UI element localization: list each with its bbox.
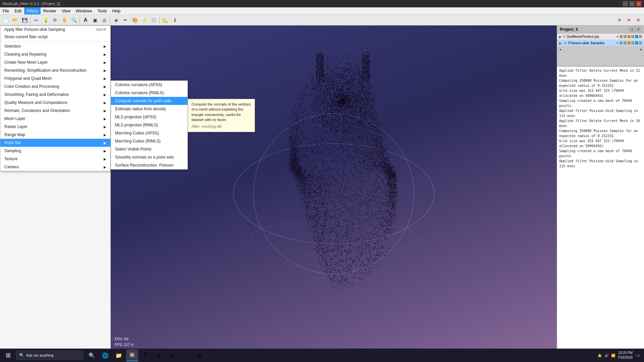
titlebar-label: MeshLab_64bit v1.3.3 - [Project_3] [3,2,60,6]
main-layout: Apply filter Poisson-disk Sampling Ctrl+… [0,25,644,362]
apply-filter-item[interactable]: Apply filter Poisson-disk Sampling Ctrl+… [0,26,110,33]
viewport-info: FOV: 60 FPS: 217.4 [115,336,133,347]
menu-view[interactable]: View [59,7,73,14]
mesh-list-item-0[interactable]: ▶ 0 OwlMeshPerfect.ply ★ □ □ □ □ □ □ [557,34,644,40]
left-panel: Apply filter Poisson-disk Sampling Ctrl+… [0,25,111,362]
filter-polygonal[interactable]: Polygonal and Quad Mesh ▶ [0,74,110,82]
submenu-surface-poisson[interactable]: Surface Reconstruction: Poisson [111,161,187,169]
filter-mesh-layer-arrow: ▶ [104,117,106,121]
menu-edit[interactable]: Edit [12,7,24,14]
toolbar-save[interactable]: 💾 [20,16,29,24]
filter-texture[interactable]: Texture ▶ [0,155,110,163]
filter-range-map-arrow: ▶ [104,133,106,137]
taskbar-app-edge[interactable]: e [153,349,165,361]
taskbar-app-meshlab[interactable]: M [126,349,138,361]
toolbar-rotate[interactable]: ⟳ [51,16,59,24]
menu-windows[interactable]: Windows [73,7,95,14]
filter-cleaning-arrow: ▶ [104,53,106,56]
start-button[interactable]: ⊞ [1,349,15,362]
viewport[interactable]: FOV: 60 FPS: 217.4 Current Mesh: Poisson… [111,25,557,362]
filter-new-mesh-layer-label: Create New Mesh Layer [4,60,48,65]
taskbar-app-browser[interactable]: 🌐 [99,349,111,361]
submenu-marching-rimls[interactable]: Marching Cubes (RIMLS) [111,137,187,145]
minimize-button[interactable]: − [623,1,628,6]
tooltip-box: Compute the normals of the vertices of a… [188,99,255,132]
toolbar-pan[interactable]: ✋ [60,16,69,24]
filter-point-set[interactable]: Point Set ▶ [0,139,110,147]
taskbar-app-explorer[interactable]: 📁 [113,349,125,361]
filter-smoothing[interactable]: Smoothing, Fairing and Deformation ▶ [0,90,110,99]
toolbar-open[interactable]: 📂 [11,16,19,24]
filter-cleaning-label: Cleaning and Repairing [4,52,46,57]
toolbar-zoom[interactable]: 🔍 [69,16,78,24]
maximize-button[interactable]: □ [629,1,635,6]
toolbar-info[interactable]: ℹ [170,16,179,24]
filter-polygonal-arrow: ▶ [104,77,106,80]
filter-new-mesh-layer[interactable]: Create New Mesh Layer ▶ [0,58,110,66]
toolbar-render1[interactable]: ▣ [91,16,99,24]
filter-camera[interactable]: Camera ▶ [0,163,110,171]
toolbar-select3[interactable]: 🎨 [130,16,139,24]
filter-quality[interactable]: Quality Measure and Computations ▶ [0,99,110,107]
toolbar-plug1[interactable]: ⚡ [140,16,149,24]
filter-mesh-layer[interactable]: Mesh Layer ▶ [0,115,110,123]
toolbar-del1[interactable]: ✕ [615,16,624,24]
submenu-estimate-radius[interactable]: Estimate radius from density [111,105,187,113]
toolbar-new[interactable]: 📄 [1,16,10,24]
taskbar-show-desktop[interactable]: ▭ [635,354,640,357]
toolbar-plug2[interactable]: ⬡ [149,16,158,24]
taskbar-app-extra[interactable]: ⚙ [193,349,205,361]
submenu-mls-rimls[interactable]: MLS projection (RIMLS) [111,121,187,129]
filter-color[interactable]: Color Creation and Processing ▶ [0,82,110,90]
right-panel-title: Project_3 [560,27,578,32]
taskbar-app-cortana[interactable]: 🔍 [86,349,98,361]
layer-scroll-area[interactable]: ◄ ► [557,46,644,66]
taskbar-volume-icon: 🔊 [604,354,608,357]
menu-file[interactable]: File [0,7,12,14]
toolbar-measure[interactable]: 📐 [161,16,170,24]
toolbar-light[interactable]: 💡 [41,16,50,24]
mesh-14-icon-star: ★ [616,41,619,45]
toolbar-del2[interactable]: ✕ [625,16,633,24]
filter-normals[interactable]: Normals, Curvatures and Orientation ▶ [0,107,110,115]
filter-cleaning[interactable]: Cleaning and Repairing ▶ [0,50,110,58]
menu-tools[interactable]: Tools [95,7,110,14]
submenu-select-visible[interactable]: Select Visible Points [111,145,187,153]
toolbar-undo[interactable]: ↩ [32,16,41,24]
filter-normals-arrow: ▶ [104,109,106,113]
submenu-colorize-rimls[interactable]: Colorize curvature (RIMLS) [111,89,187,97]
menu-render[interactable]: Render [41,7,59,14]
window-controls: − □ ✕ [623,1,641,6]
pointset-submenu: Colorize curvature (APSS) Colorize curva… [111,80,188,170]
taskbar-app-winamp[interactable]: ♪ [180,349,192,361]
submenu-compute-normals[interactable]: Compute normals for point sets [111,97,187,105]
submenu-colorize-apss[interactable]: Colorize curvature (APSS) [111,81,187,89]
scroll-arrow-left: ◄ [558,48,562,51]
taskbar-app-steam[interactable]: ♦ [166,349,178,361]
filter-range-map[interactable]: Range Map ▶ [0,131,110,139]
panel-pin-button[interactable]: ◁ [629,27,635,32]
toolbar-a[interactable]: A [81,16,90,24]
mesh-list-item-14[interactable]: ▶ 14 Poisson-disk Samples ★ □ □ □ □ □ □ [557,40,644,46]
menu-help[interactable]: Help [110,7,123,14]
toolbar-del3[interactable]: ✕ [634,16,643,24]
search-bar[interactable]: 🔍 Ask me anything [16,351,83,360]
filter-raster-layer[interactable]: Raster Layer ▶ [0,123,110,131]
toolbar-select1[interactable]: ◈ [112,16,120,24]
toolbar-render2[interactable]: ◎ [100,16,109,24]
close-button[interactable]: ✕ [636,1,641,6]
panel-close-button[interactable]: ✕ [635,27,641,32]
filter-remeshing[interactable]: Remeshing, Simplification and Reconstruc… [0,66,110,74]
fps-label: FPS: 217.4 [115,342,133,348]
show-filter-script-item[interactable]: Show current filter script [0,33,110,41]
toolbar-select2[interactable]: ✏ [121,16,130,24]
menu-filters[interactable]: Filters [24,7,41,14]
filter-point-set-arrow: ▶ [104,141,106,145]
filter-sampling[interactable]: Sampling ▶ [0,147,110,155]
taskbar-app-powerpoint[interactable]: P [140,349,152,361]
submenu-mls-apss[interactable]: MLS projection (APSS) [111,113,187,121]
submenu-marching-apss[interactable]: Marching Cubes (APSS) [111,129,187,137]
filter-quality-label: Quality Measure and Computations [4,100,67,105]
filter-selection[interactable]: Selection ▶ [0,42,110,50]
submenu-smooth-normals[interactable]: Smooths normals on a point sets [111,153,187,161]
